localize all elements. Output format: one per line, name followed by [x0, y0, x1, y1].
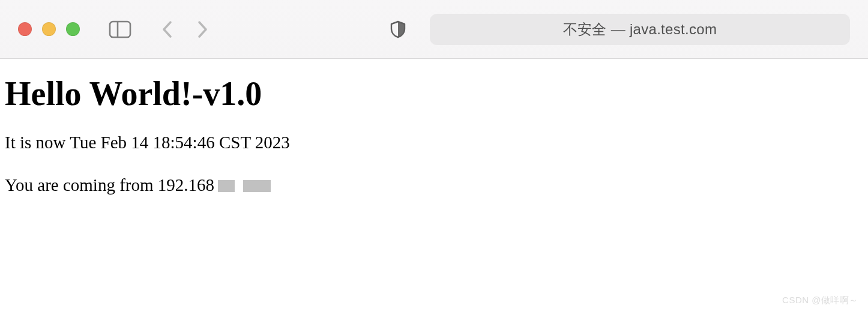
- window-controls: [18, 22, 80, 36]
- time-text: It is now Tue Feb 14 18:54:46 CST 2023: [5, 131, 863, 154]
- close-window-button[interactable]: [18, 22, 32, 36]
- address-bar[interactable]: 不安全 — java.test.com: [430, 14, 850, 45]
- page-heading: Hello World!-v1.0: [5, 74, 863, 113]
- ip-prefix: You are coming from 192.168: [5, 174, 214, 197]
- forward-button[interactable]: [196, 20, 208, 38]
- address-text: 不安全 — java.test.com: [563, 20, 717, 39]
- minimize-window-button[interactable]: [42, 22, 56, 36]
- shield-icon: [390, 20, 406, 38]
- privacy-shield-button[interactable]: [390, 20, 406, 38]
- svg-rect-0: [110, 22, 130, 37]
- sidebar-icon: [109, 20, 131, 38]
- chevron-left-icon: [161, 20, 173, 38]
- redacted-block: [218, 180, 235, 192]
- back-button[interactable]: [161, 20, 173, 38]
- ip-redacted: [218, 180, 271, 192]
- redacted-block: [243, 180, 271, 192]
- navigation-arrows: [161, 20, 208, 38]
- chevron-right-icon: [196, 20, 208, 38]
- sidebar-toggle-button[interactable]: [109, 20, 131, 38]
- maximize-window-button[interactable]: [66, 22, 80, 36]
- ip-text: You are coming from 192.168: [5, 174, 863, 197]
- browser-toolbar: 不安全 — java.test.com: [0, 0, 868, 59]
- page-content: Hello World!-v1.0 It is now Tue Feb 14 1…: [0, 59, 868, 197]
- watermark: CSDN @做咩啊～: [782, 295, 858, 306]
